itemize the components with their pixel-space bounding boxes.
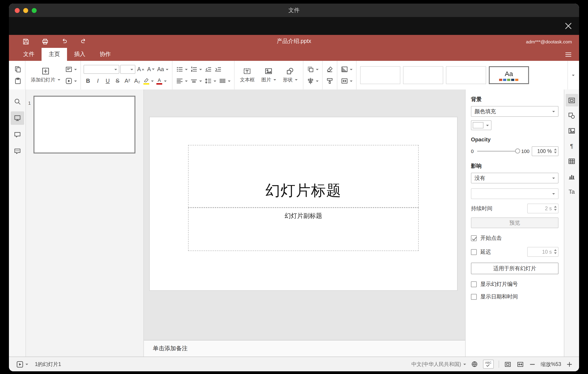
- traffic-light-minimize[interactable]: [23, 8, 28, 13]
- comments-panel-button[interactable]: [10, 128, 24, 141]
- title-placeholder[interactable]: 幻灯片标题: [188, 145, 419, 208]
- apply-to-all-button[interactable]: 适用于所有幻灯片: [471, 263, 558, 274]
- close-icon[interactable]: [565, 22, 572, 30]
- spinner-icon[interactable]: [554, 249, 557, 254]
- slide-settings-tab[interactable]: [566, 94, 578, 107]
- tab-collaboration[interactable]: 协作: [93, 48, 118, 61]
- theme-gallery-expand-button[interactable]: [567, 61, 577, 89]
- decrease-indent-button[interactable]: [204, 65, 213, 74]
- arrow-down-icon: [152, 68, 154, 70]
- highlight-color-button[interactable]: [143, 76, 155, 86]
- spinner-icon[interactable]: [554, 149, 557, 154]
- line-spacing-button[interactable]: [204, 76, 217, 86]
- color-scheme-button[interactable]: [340, 65, 353, 74]
- traffic-light-close[interactable]: [15, 8, 20, 13]
- spinner-icon[interactable]: [554, 206, 557, 211]
- bullet-list-button[interactable]: [175, 65, 189, 74]
- theme-option-3[interactable]: [446, 66, 486, 84]
- slide-surface[interactable]: 幻灯片标题 幻灯片副标题: [150, 117, 457, 290]
- slide-canvas[interactable]: 幻灯片标题 幻灯片副标题: [144, 89, 465, 340]
- insert-image-button[interactable]: 图片: [259, 64, 279, 87]
- subscript-button[interactable]: A₂: [133, 76, 142, 86]
- effect-variant-dropdown[interactable]: [471, 188, 558, 199]
- textart-icon: Ta: [568, 188, 575, 195]
- duration-input[interactable]: [528, 204, 558, 213]
- save-icon[interactable]: [22, 38, 30, 45]
- slide-layout-button[interactable]: [64, 65, 78, 74]
- print-icon[interactable]: [42, 38, 49, 45]
- copy-style-button[interactable]: [325, 76, 334, 86]
- font-name-combo[interactable]: [84, 65, 119, 74]
- columns-button[interactable]: [218, 76, 231, 86]
- vertical-align-button[interactable]: [189, 76, 203, 86]
- shape-settings-tab[interactable]: [566, 109, 578, 122]
- font-size-combo[interactable]: [120, 65, 135, 74]
- arrange-shapes-button[interactable]: [306, 65, 319, 74]
- show-date-time-checkbox[interactable]: [471, 294, 477, 300]
- increase-font-button[interactable]: A: [136, 65, 146, 74]
- change-case-button[interactable]: Aa: [156, 65, 169, 74]
- tab-insert[interactable]: 插入: [67, 48, 93, 61]
- menu-icon[interactable]: [565, 51, 572, 58]
- bold-button[interactable]: B: [84, 76, 93, 86]
- show-slide-number-checkbox[interactable]: [471, 281, 477, 287]
- chat-panel-button[interactable]: [10, 144, 24, 158]
- insert-shape-button[interactable]: 形状: [280, 64, 300, 87]
- horizontal-align-button[interactable]: [175, 76, 189, 86]
- tab-file[interactable]: 文件: [16, 48, 42, 61]
- chevron-down-icon: [74, 69, 77, 70]
- chart-settings-tab[interactable]: [566, 170, 578, 183]
- image-settings-tab[interactable]: [566, 124, 578, 137]
- tab-home[interactable]: 主页: [42, 48, 67, 61]
- fit-slide-icon[interactable]: [504, 360, 512, 368]
- zoom-out-icon[interactable]: [529, 361, 536, 367]
- clear-style-button[interactable]: [325, 65, 334, 74]
- strikethrough-button[interactable]: S: [113, 76, 122, 86]
- paste-button[interactable]: [13, 76, 22, 86]
- opacity-slider-knob[interactable]: [515, 149, 520, 154]
- copy-button[interactable]: [13, 65, 22, 74]
- slide-size-button[interactable]: [340, 76, 353, 86]
- theme-option-1[interactable]: [360, 66, 400, 84]
- effect-dropdown[interactable]: 没有: [471, 173, 558, 183]
- delay-checkbox[interactable]: [471, 249, 477, 255]
- delay-input[interactable]: [528, 247, 558, 256]
- paragraph-settings-tab[interactable]: ¶: [566, 140, 578, 152]
- slides-panel-button[interactable]: [10, 111, 24, 125]
- notes-area[interactable]: 单击添加备注: [144, 340, 465, 357]
- start-slideshow-status-button[interactable]: [15, 359, 29, 369]
- theme-option-selected[interactable]: Aa: [489, 66, 529, 84]
- globe-icon[interactable]: [471, 361, 478, 368]
- fit-width-icon[interactable]: [516, 360, 524, 368]
- spellcheck-button[interactable]: ABC: [483, 360, 494, 369]
- theme-option-2[interactable]: [403, 66, 443, 84]
- add-slide-button[interactable]: 添加幻灯片: [28, 64, 63, 87]
- redo-icon[interactable]: [80, 38, 87, 45]
- traffic-light-zoom[interactable]: [32, 8, 37, 13]
- screen: 文件 产品介绍.pptx adm***@dootask.com 文件 主页 插入…: [0, 0, 588, 374]
- font-color-button[interactable]: A: [156, 76, 168, 86]
- italic-button[interactable]: I: [93, 76, 102, 86]
- search-panel-button[interactable]: [10, 95, 24, 108]
- undo-icon[interactable]: [61, 38, 68, 45]
- zoom-in-icon[interactable]: [566, 361, 573, 367]
- table-settings-tab[interactable]: [566, 155, 578, 167]
- chevron-down-icon: [166, 69, 168, 70]
- start-on-click-checkbox[interactable]: [471, 235, 477, 241]
- align-shapes-button[interactable]: [306, 76, 319, 86]
- increase-indent-button[interactable]: [214, 65, 222, 74]
- superscript-button[interactable]: A²: [123, 76, 132, 86]
- slide-thumbnail[interactable]: [33, 96, 135, 154]
- underline-button[interactable]: U: [103, 76, 112, 86]
- start-slideshow-button[interactable]: [64, 76, 78, 86]
- preview-button[interactable]: 预览: [471, 217, 558, 228]
- fill-type-dropdown[interactable]: 颜色填充: [471, 106, 558, 117]
- decrease-font-button[interactable]: A: [146, 65, 156, 74]
- textart-settings-tab[interactable]: Ta: [566, 185, 578, 198]
- fill-color-dropdown[interactable]: [471, 120, 492, 130]
- language-label[interactable]: 中文(中华人民共和国): [411, 361, 461, 367]
- opacity-slider[interactable]: [477, 151, 518, 152]
- numbered-list-button[interactable]: [189, 65, 203, 74]
- insert-textbox-button[interactable]: 文本框: [237, 64, 257, 87]
- subtitle-placeholder[interactable]: 幻灯片副标题: [188, 208, 419, 251]
